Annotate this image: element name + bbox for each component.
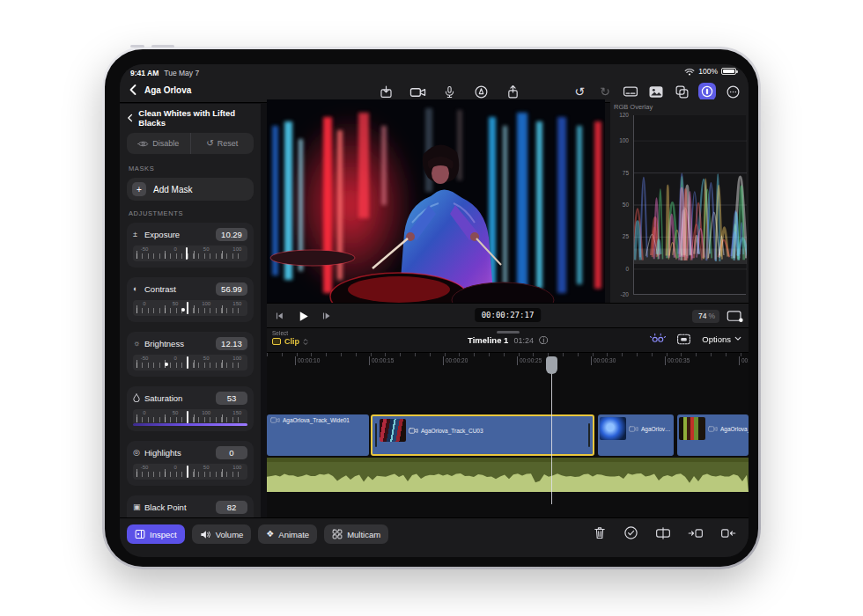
play-button[interactable] bbox=[297, 310, 310, 323]
chevron-down-icon bbox=[734, 336, 741, 341]
display-output-icon[interactable] bbox=[727, 310, 743, 323]
reset-icon: ↺ bbox=[206, 139, 213, 148]
adjustment-highlights: ◎Highlights0 -50050100 bbox=[127, 441, 254, 486]
add-mask-label: Add Mask bbox=[153, 185, 192, 194]
status-bar: 9:41 AMTue May 7 100% bbox=[120, 64, 749, 80]
adjustment-value[interactable]: 0 bbox=[216, 446, 247, 459]
options-label: Options bbox=[702, 334, 731, 344]
slider-marker[interactable] bbox=[187, 466, 188, 478]
select-mode-control[interactable]: Select Clip bbox=[272, 330, 308, 346]
scope-title: RGB Overlay bbox=[614, 103, 653, 111]
redo-button[interactable]: ↻ bbox=[596, 83, 614, 100]
inspector-dial-icon bbox=[700, 84, 714, 99]
video-preview[interactable] bbox=[267, 99, 605, 303]
ruler-timestamp: 00:00:35 bbox=[665, 356, 690, 365]
animate-button[interactable]: ❖ Animate bbox=[258, 524, 317, 544]
disable-button[interactable]: Disable bbox=[127, 133, 190, 154]
slider-marker[interactable] bbox=[187, 356, 188, 369]
slider-origin-dot bbox=[165, 363, 168, 366]
viewer-zoom-level[interactable]: 74% bbox=[692, 310, 719, 323]
scope-tick: 0 bbox=[613, 266, 629, 272]
reset-button[interactable]: ↺ Reset bbox=[190, 133, 254, 154]
saturation-slider[interactable]: 050100150 bbox=[133, 409, 247, 425]
adjustment-value[interactable]: 10.29 bbox=[216, 228, 247, 241]
timeline-panel: Select Clip Timeline 1 01:24 ⓘ bbox=[267, 328, 749, 517]
status-date: Tue May 7 bbox=[164, 69, 199, 77]
captions-button[interactable] bbox=[622, 83, 639, 100]
adjustment-value[interactable]: 53 bbox=[216, 392, 247, 405]
timeline-ruler[interactable]: 00:00:10 00:00:15 00:00:20 00:00:25 00:0… bbox=[267, 353, 749, 369]
playhead-line bbox=[551, 370, 552, 504]
multicam-button[interactable]: Multicam bbox=[324, 524, 388, 544]
ruler-timestamp: 00:00:10 bbox=[295, 356, 320, 365]
back-icon[interactable] bbox=[129, 84, 137, 96]
video-frame bbox=[267, 99, 605, 303]
scope-tick: 120 bbox=[613, 112, 629, 118]
audio-track[interactable] bbox=[267, 458, 749, 492]
undo-button[interactable]: ↺ bbox=[571, 83, 588, 100]
trim-start-button[interactable] bbox=[688, 526, 704, 540]
exposure-slider[interactable]: -50050100 bbox=[133, 246, 247, 261]
exposure-icon: ± bbox=[133, 231, 144, 238]
adjustment-value[interactable]: 56.99 bbox=[216, 282, 247, 296]
clip-camera-icon bbox=[629, 426, 638, 432]
bezel: 9:41 AMTue May 7 100% Aga Orlova bbox=[105, 49, 758, 567]
slider-marker[interactable] bbox=[187, 302, 188, 314]
timeline-drag-handle[interactable] bbox=[497, 331, 520, 334]
approve-button[interactable] bbox=[623, 525, 638, 540]
playhead-handle[interactable] bbox=[546, 356, 557, 374]
draw-icon bbox=[474, 84, 489, 99]
stickers-button[interactable] bbox=[673, 83, 690, 100]
options-button[interactable]: Options bbox=[702, 334, 741, 344]
draw-button[interactable] bbox=[472, 83, 490, 100]
clip-wide01[interactable]: AgaOrlova_Track_Wide01 bbox=[267, 414, 369, 456]
ruler-timestamp: 00:00:30 bbox=[591, 356, 616, 365]
camera-button[interactable] bbox=[409, 83, 426, 100]
clip-3[interactable]: AgaOrlov… bbox=[598, 414, 674, 456]
slider-origin-dot bbox=[181, 308, 185, 312]
volume-button[interactable]: Volume bbox=[192, 524, 252, 544]
clip-name: AgaOrlov… bbox=[641, 426, 671, 432]
inspector-button[interactable] bbox=[698, 83, 716, 100]
info-icon[interactable]: ⓘ bbox=[539, 336, 548, 345]
scope-tick: 50 bbox=[613, 202, 629, 208]
delete-button[interactable] bbox=[593, 525, 607, 540]
inspect-label: Inspect bbox=[150, 530, 177, 539]
slider-marker[interactable] bbox=[187, 411, 188, 423]
clip-connect-icon[interactable] bbox=[650, 333, 666, 345]
mic-button[interactable] bbox=[440, 83, 458, 100]
step-forward-button[interactable] bbox=[321, 310, 333, 322]
picture-in-picture-icon[interactable] bbox=[676, 334, 691, 345]
adjustment-exposure: ±Exposure10.29 -50050100 bbox=[127, 223, 254, 268]
ruler-timestamp: 00:00:25 bbox=[517, 356, 542, 365]
media-button[interactable] bbox=[647, 83, 665, 100]
top-button bbox=[130, 45, 144, 48]
more-button[interactable] bbox=[724, 83, 741, 100]
panel-back-icon[interactable] bbox=[127, 113, 133, 123]
trim-end-button[interactable] bbox=[720, 526, 736, 540]
blade-split-button[interactable] bbox=[655, 526, 671, 540]
step-back-button[interactable] bbox=[274, 310, 286, 322]
adjustment-value[interactable]: 12.13 bbox=[216, 337, 247, 350]
slider-marker[interactable] bbox=[186, 247, 188, 260]
add-mask-button[interactable]: + Add Mask bbox=[127, 178, 254, 201]
import-button[interactable] bbox=[377, 83, 395, 100]
timeline-title[interactable]: Timeline 1 bbox=[468, 335, 508, 345]
adjustment-blackpoint: ▣Black Point82 050100150 bbox=[127, 495, 254, 517]
clip-4[interactable]: AgaOrlova_Tra… bbox=[677, 414, 749, 456]
timecode[interactable]: 00:00:27:17 bbox=[475, 308, 542, 322]
video-track: AgaOrlova_Track_Wide01 AgaOrlova_Track_C… bbox=[267, 414, 749, 456]
bottom-toolbar: Inspect Volume ❖ Animate Multicam bbox=[120, 517, 749, 557]
adjustment-contrast: ◐Contrast56.99 050100150 bbox=[127, 277, 254, 322]
share-button[interactable] bbox=[504, 83, 521, 100]
share-icon bbox=[505, 84, 520, 99]
saturation-gradient bbox=[133, 423, 247, 427]
inspect-button[interactable]: Inspect bbox=[127, 524, 185, 544]
contrast-slider[interactable]: 050100150 bbox=[133, 300, 247, 316]
project-title: Aga Orlova bbox=[144, 85, 191, 95]
adjustment-value[interactable]: 82 bbox=[216, 501, 247, 514]
captions-icon bbox=[623, 85, 638, 98]
brightness-slider[interactable]: -50050100 bbox=[133, 355, 247, 370]
highlights-slider[interactable]: -50050100 bbox=[133, 464, 247, 480]
clip-cu03-selected[interactable]: AgaOrlova_Track_CU03 bbox=[371, 414, 594, 456]
